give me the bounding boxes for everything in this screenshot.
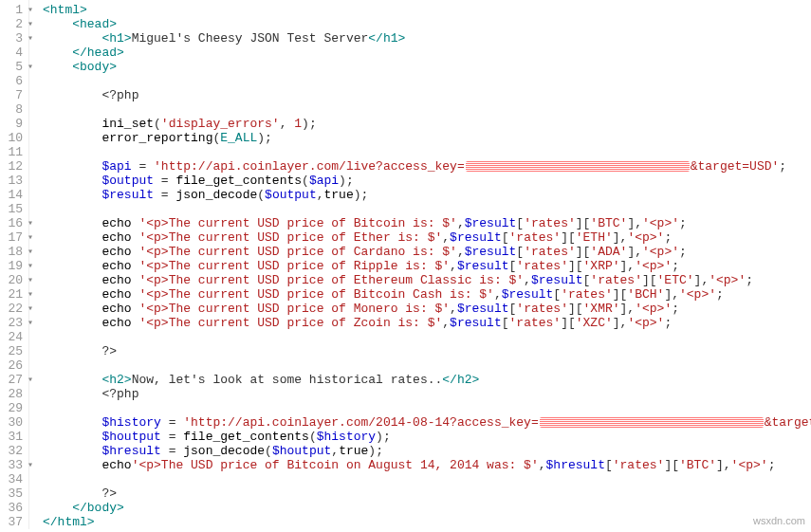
code-line[interactable]: ?> [43, 486, 811, 501]
fold-icon[interactable]: ▾ [26, 259, 35, 273]
token: '<p>The USD price of Bitcoin on August 1… [132, 458, 539, 472]
code-line[interactable] [43, 102, 811, 117]
code-line[interactable]: $hresult = json_decode($houtput,true); [43, 444, 811, 458]
token: [ [516, 245, 524, 259]
code-line[interactable]: <body> [43, 60, 811, 74]
fold-icon[interactable]: ▾ [26, 230, 35, 245]
code-line[interactable]: $houtput = file_get_contents($history); [43, 430, 811, 444]
code-line[interactable]: $output = file_get_contents($api); [43, 174, 811, 188]
line-number: 25 [0, 344, 23, 358]
fold-icon[interactable]: ▾ [26, 458, 35, 472]
line-number: 23▾ [0, 316, 23, 330]
token: </head> [72, 46, 124, 60]
token: 'BTC' [590, 216, 627, 230]
code-line[interactable]: <?php [43, 88, 811, 102]
token: <head> [72, 17, 117, 31]
line-number: 14 [0, 188, 23, 202]
code-line[interactable] [43, 358, 811, 373]
code-line[interactable]: ini_set('display_errors', 1); [43, 117, 811, 131]
line-number: 8 [0, 102, 23, 117]
code-line[interactable]: echo'<p>The USD price of Bitcoin on Augu… [43, 458, 811, 472]
token: , [457, 245, 465, 259]
fold-icon[interactable]: ▾ [26, 302, 35, 316]
token: ][ [568, 259, 583, 273]
fold-icon[interactable]: ▾ [26, 245, 35, 259]
code-line[interactable]: echo '<p>The current USD price of Monero… [43, 302, 811, 316]
fold-icon[interactable]: ▾ [26, 3, 35, 17]
token: , [331, 444, 339, 458]
line-number: 32 [0, 444, 23, 458]
token: ][ [561, 316, 576, 330]
token: 'rates' [524, 216, 576, 230]
code-line[interactable] [43, 330, 811, 344]
token: , [539, 458, 546, 472]
fold-icon[interactable]: ▾ [26, 17, 35, 31]
token: ], [627, 245, 642, 259]
token: ], [613, 316, 628, 330]
token: 'rates' [509, 230, 562, 245]
code-line[interactable]: echo '<p>The current USD price of Bitcoi… [43, 287, 811, 302]
code-line[interactable]: </html> [43, 515, 811, 529]
code-line[interactable]: echo '<p>The current USD price of Ripple… [43, 259, 811, 273]
code-line[interactable] [43, 145, 811, 159]
token: ( [309, 430, 317, 444]
code-line[interactable]: <html> [43, 3, 811, 17]
token: echo [101, 259, 138, 273]
code-line[interactable]: echo '<p>The current USD price of Zcoin … [43, 316, 811, 330]
token: [ [502, 230, 509, 245]
code-line[interactable]: $history = 'http://api.coinlayer.com/201… [43, 415, 811, 430]
code-line[interactable]: <head> [43, 17, 811, 31]
token: $result [450, 230, 502, 245]
code-line[interactable]: echo '<p>The current USD price of Ether … [43, 230, 811, 245]
token: $result [457, 302, 509, 316]
line-number: 12 [0, 159, 23, 174]
code-line[interactable]: echo '<p>The current USD price of Cardan… [43, 245, 811, 259]
token: ); [339, 174, 354, 188]
token: true [324, 188, 354, 202]
code-line[interactable]: <?php [43, 387, 811, 401]
code-line[interactable]: </head> [43, 46, 811, 60]
code-line[interactable]: echo '<p>The current USD price of Ethere… [43, 273, 811, 287]
token: 'rates' [590, 273, 642, 287]
fold-icon[interactable]: ▾ [26, 216, 35, 230]
code-line[interactable]: error_reporting(E_ALL); [43, 131, 811, 145]
code-area[interactable]: <html> <head> <h1>Miguel's Cheesy JSON T… [29, 0, 811, 529]
token: '<p>' [627, 230, 664, 245]
token: ( [154, 117, 161, 131]
fold-icon[interactable]: ▾ [26, 273, 35, 287]
code-line[interactable]: </body> [43, 501, 811, 515]
line-number: 15 [0, 202, 23, 216]
token: [ [516, 216, 524, 230]
fold-icon[interactable]: ▾ [26, 373, 35, 387]
token: , [457, 216, 465, 230]
line-number-gutter: 1▾2▾3▾45▾678910111213141516▾17▾18▾19▾20▾… [0, 0, 29, 529]
token: '<p>The current USD price of Bitcoin is:… [138, 216, 456, 230]
token: ][ [613, 287, 628, 302]
line-number: 35 [0, 486, 23, 501]
token: $result [457, 259, 509, 273]
code-line[interactable]: <h2>Now, let's look at some historical r… [43, 373, 811, 387]
fold-icon[interactable]: ▾ [26, 316, 35, 330]
token: $hresult [546, 458, 605, 472]
line-number: 10 [0, 131, 23, 145]
code-line[interactable] [43, 472, 811, 486]
code-line[interactable]: ?> [43, 344, 811, 358]
code-line[interactable]: echo '<p>The current USD price of Bitcoi… [43, 216, 811, 230]
code-line[interactable] [43, 202, 811, 216]
token: file_get_contents [183, 430, 309, 444]
code-line[interactable]: $result = json_decode($output,true); [43, 188, 811, 202]
line-number: 13 [0, 174, 23, 188]
token: ], [620, 302, 636, 316]
code-line[interactable] [43, 401, 811, 415]
code-line[interactable] [43, 74, 811, 88]
fold-icon[interactable]: ▾ [26, 31, 35, 46]
code-line[interactable]: <h1>Miguel's Cheesy JSON Test Server</h1… [43, 31, 811, 46]
line-number: 2▾ [0, 17, 23, 31]
token: $api [309, 174, 339, 188]
token: , [450, 302, 457, 316]
code-line[interactable]: $api = 'http://api.coinlayer.com/live?ac… [43, 159, 811, 174]
fold-icon[interactable]: ▾ [26, 60, 35, 74]
fold-icon[interactable]: ▾ [26, 287, 35, 302]
token: '<p>The current USD price of Bitcoin Cas… [138, 287, 493, 302]
token: '<p>' [635, 302, 672, 316]
